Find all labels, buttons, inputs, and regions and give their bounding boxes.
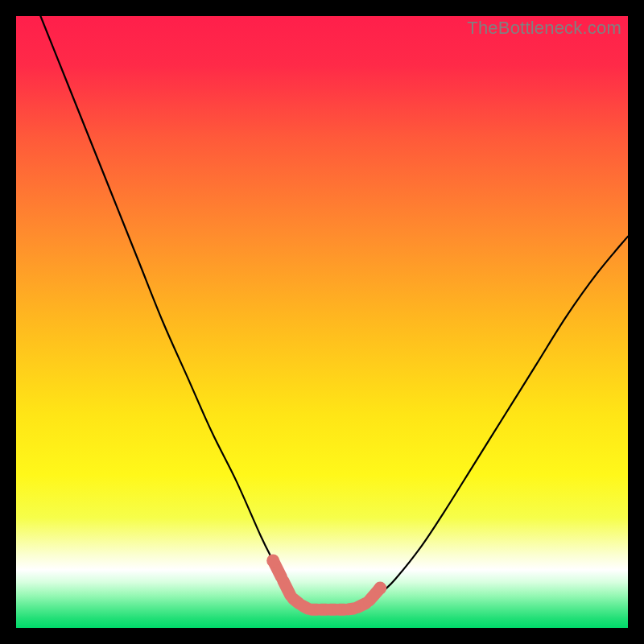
marker-dot: [278, 574, 287, 584]
plot-area: [16, 16, 628, 628]
marker-dot: [332, 605, 342, 614]
chart-frame: TheBottleneck.com: [0, 0, 644, 644]
marker-dot: [287, 592, 296, 602]
curve-right-curve: [359, 237, 628, 610]
marker-dot: [305, 605, 315, 614]
marker-dot: [295, 600, 305, 609]
marker-dot: [314, 605, 324, 614]
curve-left-curve: [40, 16, 309, 609]
marker-dot: [351, 604, 361, 613]
marker-dot: [266, 554, 279, 567]
chart-svg: [16, 16, 628, 628]
marker-dot: [341, 605, 351, 614]
marker-dot: [374, 582, 386, 595]
marker-dot: [363, 597, 373, 607]
watermark-text: TheBottleneck.com: [467, 18, 621, 39]
marker-dot: [324, 605, 333, 614]
